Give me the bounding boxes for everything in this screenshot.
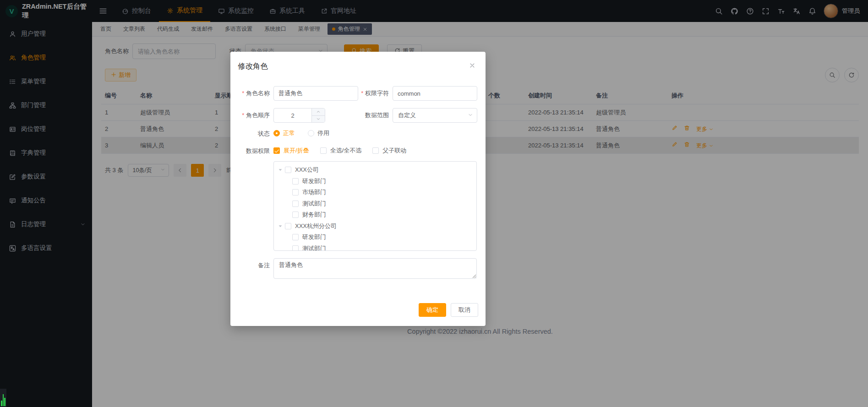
tree-node[interactable]: XXX杭州分公司 [274, 221, 476, 232]
remark-label: 备注 [237, 258, 273, 270]
tree-checkbox[interactable] [292, 234, 299, 240]
tree-checkbox[interactable] [292, 189, 299, 195]
status-radio-0[interactable]: 正常 [273, 129, 295, 137]
tree-checkbox[interactable] [285, 167, 291, 173]
dialog-title: 修改角色 [238, 61, 268, 71]
role-name-label: 角色名称 [237, 89, 273, 98]
decrease-button[interactable] [312, 116, 325, 123]
stepper-controls [311, 109, 325, 122]
data-perm-label: 数据权限 [237, 147, 273, 155]
radio-dot [273, 130, 280, 136]
status-radio-group: 正常停用 [273, 129, 342, 138]
tree-node-label: XXX杭州分公司 [295, 222, 337, 230]
caret-down-icon[interactable] [278, 223, 285, 229]
checkbox-label: 全选/全不选 [330, 147, 362, 155]
checkbox-label: 父子联动 [382, 147, 406, 155]
tree-node-label: 财务部门 [302, 211, 326, 219]
dialog-footer: 确定 取消 [230, 303, 486, 326]
role-sort-value: 2 [274, 109, 311, 122]
tree-node[interactable]: 测试部门 [274, 243, 476, 251]
cancel-button[interactable]: 取消 [451, 303, 478, 317]
data-scope-select[interactable]: 自定义 [393, 108, 477, 123]
role-sort-label: 角色顺序 [237, 111, 273, 119]
remark-textarea[interactable]: 普通角色 [273, 258, 477, 279]
role-key-input[interactable] [393, 86, 477, 101]
tree-checkbox[interactable] [292, 201, 299, 207]
dept-tree: XXX公司研发部门市场部门测试部门财务部门XXX杭州分公司研发部门测试部门 [273, 161, 477, 251]
status-label: 状态 [237, 130, 273, 138]
chevron-down-icon [468, 112, 473, 118]
checkbox-box [273, 147, 280, 154]
tree-node[interactable]: 测试部门 [274, 198, 476, 210]
radio-label: 停用 [317, 129, 329, 137]
checkbox-box [320, 147, 327, 154]
checkbox-label: 展开/折叠 [284, 147, 309, 155]
perm-checkbox-group: 展开/折叠全选/全不选父子联动 [273, 147, 417, 156]
radio-label: 正常 [283, 129, 295, 137]
dialog-body: 角色名称 权限字符 角色顺序 2 数据范围 自定义 状态 正常停用 [230, 71, 486, 303]
confirm-button[interactable]: 确定 [419, 303, 446, 317]
data-scope-value: 自定义 [398, 111, 416, 119]
tree-checkbox[interactable] [292, 245, 299, 251]
chevron-up-icon [316, 109, 321, 114]
tree-checkbox[interactable] [292, 212, 299, 218]
tree-node-label: 研发部门 [302, 177, 326, 185]
tree-node[interactable]: 市场部门 [274, 187, 476, 198]
status-radio-1[interactable]: 停用 [308, 129, 329, 137]
role-name-input[interactable] [273, 86, 358, 101]
chevron-down-icon [468, 112, 473, 119]
tree-node[interactable]: XXX公司 [274, 164, 476, 176]
tree-node[interactable]: 研发部门 [274, 176, 476, 187]
role-key-label: 权限字符 [358, 89, 393, 98]
tree-node-label: XXX公司 [295, 166, 319, 174]
perf-monitor-widget[interactable] [0, 389, 6, 407]
tree-node-label: 测试部门 [302, 244, 326, 251]
increase-button[interactable] [312, 109, 325, 116]
chevron-down-icon [316, 117, 321, 121]
tree-checkbox[interactable] [285, 223, 291, 229]
tree-checkbox[interactable] [292, 178, 299, 185]
checkbox-box [372, 147, 379, 154]
radio-dot [308, 130, 314, 136]
perm-checkbox-2[interactable]: 父子联动 [372, 147, 406, 155]
perm-checkbox-1[interactable]: 全选/全不选 [320, 147, 362, 155]
tree-node-label: 研发部门 [302, 233, 326, 241]
data-scope-label: 数据范围 [358, 111, 393, 119]
edit-role-dialog: 修改角色 角色名称 权限字符 角色顺序 2 数据范围 自定义 [230, 52, 486, 326]
tree-node[interactable]: 研发部门 [274, 232, 476, 243]
dialog-header: 修改角色 [230, 52, 486, 71]
close-icon[interactable] [468, 61, 476, 71]
tree-node-label: 市场部门 [302, 188, 326, 196]
tree-node[interactable]: 财务部门 [274, 209, 476, 221]
tree-node-label: 测试部门 [302, 200, 326, 208]
close-icon [469, 62, 475, 69]
perm-checkbox-0[interactable]: 展开/折叠 [273, 147, 309, 155]
caret-down-icon[interactable] [278, 167, 285, 173]
role-sort-stepper[interactable]: 2 [273, 108, 325, 123]
